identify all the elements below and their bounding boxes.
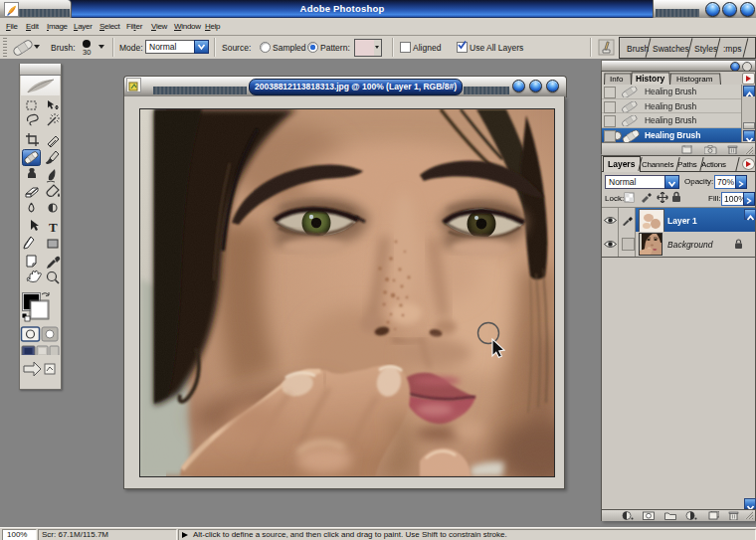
svg-text:T: T <box>49 220 58 235</box>
